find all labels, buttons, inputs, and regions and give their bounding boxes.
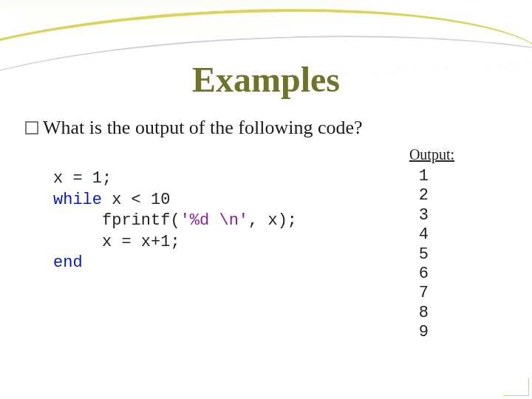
corner-accent-icon (503, 378, 529, 396)
question-line: What is the output of the following code… (25, 117, 507, 139)
square-bullet-icon (25, 121, 38, 134)
code-line-2: while x < 10 (53, 191, 170, 209)
code-line-5: end (53, 253, 83, 272)
output-label: Output: (409, 146, 454, 163)
banner-swoosh-olive (0, 0, 502, 44)
kw-while: while (53, 191, 102, 209)
code-block: x = 1; while x < 10 fprintf('%d \n', x);… (53, 168, 297, 274)
output-values: 1 2 3 4 5 6 7 8 9 (419, 167, 429, 343)
code-line-3: fprintf('%d \n', x); (53, 211, 297, 230)
code-line-1: x = 1; (53, 169, 112, 188)
kw-end: end (53, 253, 83, 272)
question-text: What is the output of the following code… (43, 117, 363, 139)
code-line-4: x = x+1; (53, 233, 180, 251)
slide-title: Examples (0, 59, 532, 100)
